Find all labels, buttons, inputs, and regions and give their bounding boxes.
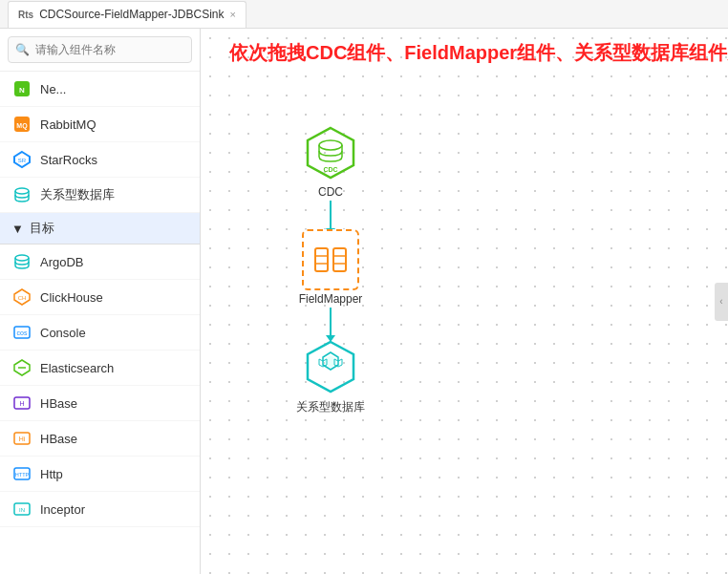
tab-item[interactable]: Rts CDCSource-FieldMapper-JDBCSink × <box>8 1 246 28</box>
sidebar-item-label: ClickHouse <box>40 290 103 305</box>
svg-point-6 <box>15 188 29 194</box>
svg-text:IN: IN <box>19 507 25 513</box>
sidebar-item-argodb[interactable]: ArgoDB <box>0 244 200 280</box>
relational-node-shape <box>302 338 359 395</box>
svg-text:SR: SR <box>18 158 27 163</box>
inceptor-icon: IN <box>11 499 32 520</box>
category-label: 目标 <box>30 220 54 237</box>
category-arrow: ▼ <box>11 222 24 236</box>
sidebar-item-label: 关系型数据库 <box>40 186 115 203</box>
svg-point-23 <box>319 140 342 150</box>
cdc-node-label: CDC <box>318 185 343 199</box>
svg-text:CH: CH <box>18 295 27 301</box>
sidebar-item-label: Console <box>40 326 86 340</box>
sidebar-item-hbase[interactable]: H HBase <box>0 386 200 421</box>
flow-container: CDC CDC <box>296 124 365 415</box>
sidebar-list: N Ne... MQ RabbitMQ SR StarRocks <box>0 72 200 574</box>
hive-icon: Hi <box>11 428 32 449</box>
cdc-node-shape: CDC <box>302 124 359 181</box>
sidebar-item-clickhouse[interactable]: CH ClickHouse <box>0 280 200 315</box>
sidebar-item-netsuitemq[interactable]: N Ne... <box>0 72 200 107</box>
search-icon: 🔍 <box>15 43 30 56</box>
hbase-icon: H <box>11 393 32 414</box>
argodb-icon <box>11 251 32 272</box>
search-wrapper: 🔍 <box>8 36 192 63</box>
svg-point-7 <box>15 255 29 261</box>
sidebar-item-label: RabbitMQ <box>40 117 96 132</box>
sidebar-collapse-handle[interactable]: ‹ <box>715 283 728 321</box>
console-icon: cos <box>11 322 32 343</box>
clickhouse-icon: CH <box>11 287 32 308</box>
arrow-fieldmapper-to-relational <box>330 308 332 336</box>
sidebar-item-label: Http <box>40 467 63 481</box>
sidebar-item-console[interactable]: cos Console <box>0 315 200 351</box>
sidebar: 🔍 N Ne... MQ RabbitMQ SR <box>0 29 201 574</box>
sidebar-item-http[interactable]: HTTP Http <box>0 457 200 492</box>
sidebar-item-rabbitmq[interactable]: MQ RabbitMQ <box>0 107 200 142</box>
sidebar-item-label: Elasticsearch <box>40 361 114 375</box>
svg-text:cos: cos <box>17 330 28 336</box>
svg-text:CDC: CDC <box>323 166 337 173</box>
sidebar-item-label: Ne... <box>40 82 66 96</box>
fieldmapper-node-label: FieldMapper <box>299 292 363 306</box>
http-icon: HTTP <box>11 463 32 484</box>
tab-close-button[interactable]: × <box>230 10 236 20</box>
svg-text:N: N <box>19 86 25 95</box>
search-box: 🔍 <box>0 29 200 72</box>
sidebar-item-starrocks[interactable]: SR StarRocks <box>0 142 200 178</box>
elasticsearch-icon <box>11 357 32 378</box>
sidebar-item-hive[interactable]: Hi HBase <box>0 421 200 457</box>
fieldmapper-node-shape <box>302 231 359 288</box>
relational-node-label: 关系型数据库 <box>296 399 365 415</box>
sidebar-item-label: HBase <box>40 396 77 411</box>
svg-text:H: H <box>19 400 24 407</box>
sidebar-item-inceptor[interactable]: IN Inceptor <box>0 492 200 527</box>
tab-bar: Rts CDCSource-FieldMapper-JDBCSink × <box>0 0 728 29</box>
search-input[interactable] <box>8 36 192 63</box>
svg-text:MQ: MQ <box>16 122 28 130</box>
cdc-node[interactable]: CDC CDC <box>302 124 359 199</box>
sidebar-item-label: Inceptor <box>40 502 85 517</box>
starrocks-icon: SR <box>11 149 32 170</box>
canvas-area[interactable]: 依次拖拽CDC组件、FieldMapper组件、关系型数据库组件并连线 CDC <box>201 29 728 574</box>
svg-rect-25 <box>315 248 328 271</box>
sidebar-item-relational-db[interactable]: 关系型数据库 <box>0 178 200 213</box>
svg-rect-26 <box>333 248 346 271</box>
svg-text:Hi: Hi <box>19 436 26 442</box>
sidebar-item-label: ArgoDB <box>40 255 84 269</box>
instruction-banner: 依次拖拽CDC组件、FieldMapper组件、关系型数据库组件并连线 <box>229 40 709 66</box>
sidebar-item-elasticsearch[interactable]: Elasticsearch <box>0 351 200 386</box>
relational-db-icon <box>11 184 32 205</box>
fieldmapper-node[interactable]: FieldMapper <box>299 231 363 306</box>
svg-text:HTTP: HTTP <box>15 472 30 478</box>
sidebar-item-label: HBase <box>40 432 77 446</box>
sidebar-category-target[interactable]: ▼ 目标 <box>0 213 200 244</box>
tab-logo: Rts <box>18 10 33 20</box>
relational-node[interactable]: 关系型数据库 <box>296 338 365 415</box>
tab-title: CDCSource-FieldMapper-JDBCSink <box>39 8 224 21</box>
arrow-cdc-to-fieldmapper <box>330 201 332 229</box>
sidebar-item-label: StarRocks <box>40 153 97 167</box>
rabbitmq-icon: MQ <box>11 114 32 135</box>
main-layout: 🔍 N Ne... MQ RabbitMQ SR <box>0 29 728 574</box>
netsuitemq-icon: N <box>11 78 32 99</box>
